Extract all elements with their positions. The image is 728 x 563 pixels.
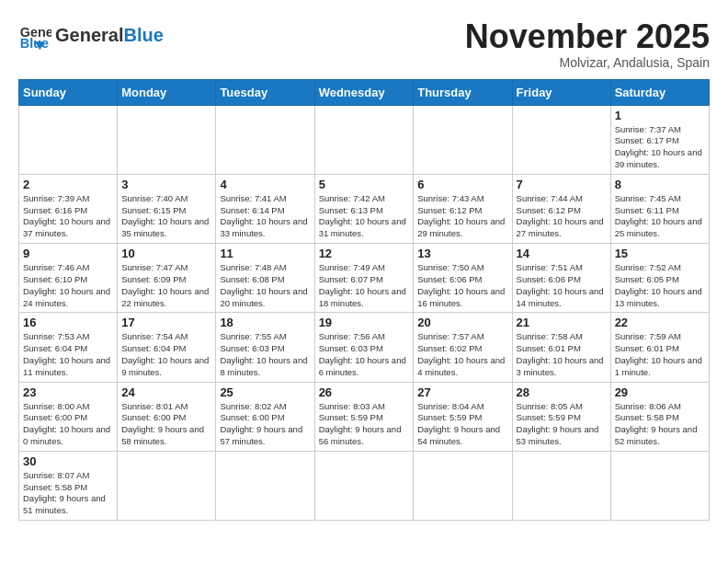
weekday-header-friday: Friday [512, 79, 610, 105]
day-info: Sunrise: 7:44 AM Sunset: 6:12 PM Dayligh… [517, 193, 607, 240]
day-info: Sunrise: 7:50 AM Sunset: 6:06 PM Dayligh… [417, 262, 507, 309]
calendar-cell [610, 451, 709, 520]
calendar-cell: 16Sunrise: 7:53 AM Sunset: 6:04 PM Dayli… [19, 313, 118, 382]
calendar-week-2: 9Sunrise: 7:46 AM Sunset: 6:10 PM Daylig… [19, 244, 710, 313]
calendar-cell [19, 105, 118, 174]
day-info: Sunrise: 7:48 AM Sunset: 6:08 PM Dayligh… [220, 262, 310, 309]
day-number: 25 [220, 385, 310, 399]
calendar-table: SundayMondayTuesdayWednesdayThursdayFrid… [18, 79, 710, 522]
calendar-cell: 18Sunrise: 7:55 AM Sunset: 6:03 PM Dayli… [216, 313, 314, 382]
day-number: 26 [319, 385, 410, 399]
calendar-cell: 22Sunrise: 7:59 AM Sunset: 6:01 PM Dayli… [610, 313, 709, 382]
day-info: Sunrise: 7:54 AM Sunset: 6:04 PM Dayligh… [121, 331, 211, 378]
day-number: 1 [615, 109, 705, 122]
day-number: 12 [319, 247, 410, 260]
calendar-cell: 14Sunrise: 7:51 AM Sunset: 6:06 PM Dayli… [512, 244, 610, 313]
day-number: 21 [517, 316, 607, 329]
day-number: 28 [517, 385, 607, 399]
day-number: 13 [417, 247, 507, 260]
day-number: 16 [23, 316, 113, 329]
calendar-cell: 7Sunrise: 7:44 AM Sunset: 6:12 PM Daylig… [512, 174, 610, 243]
calendar-header-row: SundayMondayTuesdayWednesdayThursdayFrid… [19, 79, 710, 105]
calendar-cell [216, 105, 314, 174]
calendar-cell: 5Sunrise: 7:42 AM Sunset: 6:13 PM Daylig… [314, 174, 414, 243]
day-info: Sunrise: 7:51 AM Sunset: 6:06 PM Dayligh… [517, 262, 607, 309]
calendar-cell [512, 105, 610, 174]
calendar-cell: 2Sunrise: 7:39 AM Sunset: 6:16 PM Daylig… [19, 174, 118, 243]
calendar-cell: 4Sunrise: 7:41 AM Sunset: 6:14 PM Daylig… [216, 174, 314, 243]
day-number: 18 [220, 316, 310, 329]
calendar-cell: 1Sunrise: 7:37 AM Sunset: 6:17 PM Daylig… [610, 105, 709, 174]
logo-blue: Blue [123, 25, 163, 45]
calendar-cell: 23Sunrise: 8:00 AM Sunset: 6:00 PM Dayli… [19, 382, 118, 451]
day-info: Sunrise: 7:59 AM Sunset: 6:01 PM Dayligh… [615, 331, 705, 378]
logo-general: General [55, 25, 123, 45]
day-number: 24 [121, 385, 211, 399]
calendar-cell: 9Sunrise: 7:46 AM Sunset: 6:10 PM Daylig… [19, 244, 118, 313]
calendar-week-1: 2Sunrise: 7:39 AM Sunset: 6:16 PM Daylig… [19, 174, 710, 243]
day-number: 10 [121, 247, 211, 260]
day-number: 29 [615, 385, 705, 399]
weekday-header-saturday: Saturday [610, 79, 709, 105]
weekday-header-tuesday: Tuesday [216, 79, 314, 105]
calendar-cell [314, 105, 414, 174]
calendar-cell: 21Sunrise: 7:58 AM Sunset: 6:01 PM Dayli… [512, 313, 610, 382]
calendar-cell [414, 105, 512, 174]
day-info: Sunrise: 7:37 AM Sunset: 6:17 PM Dayligh… [615, 124, 705, 171]
calendar-cell: 12Sunrise: 7:49 AM Sunset: 6:07 PM Dayli… [314, 244, 414, 313]
title-area: November 2025 Molvizar, Andalusia, Spain [465, 18, 710, 70]
day-number: 11 [220, 247, 310, 260]
day-info: Sunrise: 7:39 AM Sunset: 6:16 PM Dayligh… [23, 193, 113, 240]
day-number: 6 [417, 178, 507, 191]
calendar-cell: 15Sunrise: 7:52 AM Sunset: 6:05 PM Dayli… [610, 244, 709, 313]
calendar-cell [512, 451, 610, 520]
day-info: Sunrise: 7:53 AM Sunset: 6:04 PM Dayligh… [23, 331, 113, 378]
weekday-header-wednesday: Wednesday [314, 79, 414, 105]
day-number: 14 [517, 247, 607, 260]
weekday-header-thursday: Thursday [414, 79, 512, 105]
day-info: Sunrise: 8:03 AM Sunset: 5:59 PM Dayligh… [319, 401, 410, 448]
calendar-week-0: 1Sunrise: 7:37 AM Sunset: 6:17 PM Daylig… [19, 105, 710, 174]
weekday-header-monday: Monday [118, 79, 216, 105]
day-number: 4 [220, 178, 310, 191]
logo: General Blue GeneralBlue [18, 18, 164, 52]
day-number: 3 [121, 178, 211, 191]
day-number: 20 [417, 316, 507, 329]
day-info: Sunrise: 7:45 AM Sunset: 6:11 PM Dayligh… [615, 193, 705, 240]
calendar-cell: 6Sunrise: 7:43 AM Sunset: 6:12 PM Daylig… [414, 174, 512, 243]
day-info: Sunrise: 8:07 AM Sunset: 5:58 PM Dayligh… [23, 470, 113, 517]
calendar-cell: 20Sunrise: 7:57 AM Sunset: 6:02 PM Dayli… [414, 313, 512, 382]
calendar-cell [314, 451, 414, 520]
day-info: Sunrise: 7:43 AM Sunset: 6:12 PM Dayligh… [417, 193, 507, 240]
calendar-cell: 25Sunrise: 8:02 AM Sunset: 6:00 PM Dayli… [216, 382, 314, 451]
calendar-cell [118, 105, 216, 174]
day-number: 9 [23, 247, 113, 260]
day-number: 30 [23, 454, 113, 468]
day-info: Sunrise: 7:52 AM Sunset: 6:05 PM Dayligh… [615, 262, 705, 309]
calendar-week-4: 23Sunrise: 8:00 AM Sunset: 6:00 PM Dayli… [19, 382, 710, 451]
calendar-cell: 28Sunrise: 8:05 AM Sunset: 5:59 PM Dayli… [512, 382, 610, 451]
calendar-cell [414, 451, 512, 520]
calendar-cell: 3Sunrise: 7:40 AM Sunset: 6:15 PM Daylig… [118, 174, 216, 243]
day-info: Sunrise: 8:05 AM Sunset: 5:59 PM Dayligh… [517, 401, 607, 448]
day-info: Sunrise: 8:02 AM Sunset: 6:00 PM Dayligh… [220, 401, 310, 448]
calendar-cell: 24Sunrise: 8:01 AM Sunset: 6:00 PM Dayli… [118, 382, 216, 451]
calendar-cell [118, 451, 216, 520]
day-number: 15 [615, 247, 705, 260]
day-number: 22 [615, 316, 705, 329]
calendar-cell: 26Sunrise: 8:03 AM Sunset: 5:59 PM Dayli… [314, 382, 414, 451]
location: Molvizar, Andalusia, Spain [465, 55, 710, 70]
day-number: 17 [121, 316, 211, 329]
calendar-cell: 11Sunrise: 7:48 AM Sunset: 6:08 PM Dayli… [216, 244, 314, 313]
calendar-cell [216, 451, 314, 520]
day-number: 8 [615, 178, 705, 191]
calendar-cell: 13Sunrise: 7:50 AM Sunset: 6:06 PM Dayli… [414, 244, 512, 313]
logo-icon: General Blue [18, 18, 51, 52]
day-number: 27 [417, 385, 507, 399]
day-info: Sunrise: 7:58 AM Sunset: 6:01 PM Dayligh… [517, 331, 607, 378]
calendar-cell: 8Sunrise: 7:45 AM Sunset: 6:11 PM Daylig… [610, 174, 709, 243]
day-info: Sunrise: 7:56 AM Sunset: 6:03 PM Dayligh… [319, 331, 410, 378]
weekday-header-sunday: Sunday [19, 79, 118, 105]
calendar-cell: 10Sunrise: 7:47 AM Sunset: 6:09 PM Dayli… [118, 244, 216, 313]
day-info: Sunrise: 7:40 AM Sunset: 6:15 PM Dayligh… [121, 193, 211, 240]
